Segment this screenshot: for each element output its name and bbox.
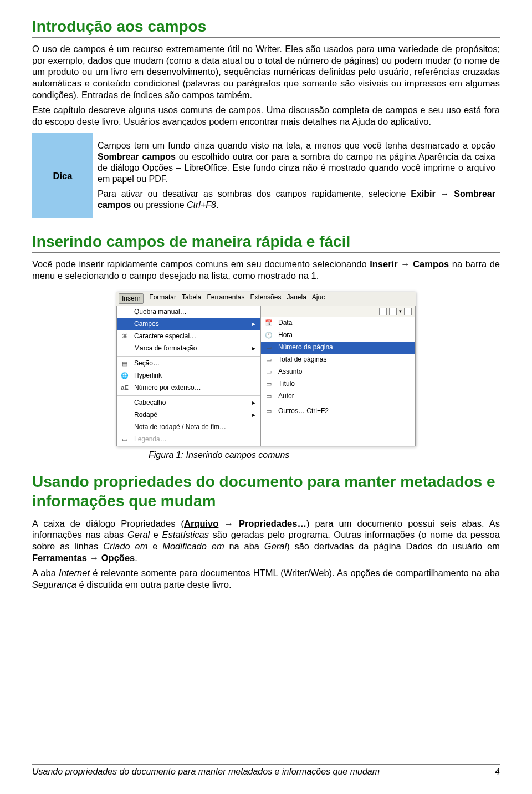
dropdown-icon[interactable]: ▾ [399,308,402,314]
label: Quebra manual… [134,308,187,316]
menubar-janela[interactable]: Janela [287,293,306,304]
menu-numero-extenso[interactable]: aENúmero por extenso… [117,382,260,394]
submenu-titulo[interactable]: ▭Título [261,378,415,390]
tab-seguranca: Segurança [32,579,76,589]
menu-quebra[interactable]: Quebra manual… [117,306,260,318]
submenu-outros[interactable]: ▭Outros… Ctrl+F2 [261,405,415,418]
toolbar-icon[interactable] [404,308,412,315]
text: Você pode inserir rapidamente campos com… [32,259,370,269]
label: Título [278,380,295,388]
tip-label: Dica [32,133,93,218]
label: Autor [278,392,294,400]
tip-text: → [436,189,454,198]
text: é relevante somente para documentos HTML… [90,568,500,578]
submenu-assunto[interactable]: ▭Assunto [261,366,415,378]
tab-estatisticas: Estatísticas [162,530,209,539]
menubar-ferramentas[interactable]: Ferramentas [207,293,244,304]
paragraph-props-1: A caixa de diálogo Propriedades (Arquivo… [32,518,500,564]
dropdown-inserir: Quebra manual… Campos▸ ⌘Caractere especi… [116,306,260,446]
heading-props: Usando propriedades do documento para ma… [32,472,500,512]
globe-icon: 🌐 [119,371,131,380]
label: Nota de rodapé / Nota de fim… [134,423,226,431]
tip-menu-exibir: Exibir [411,189,435,198]
tip-text: Campos tem um fundo cinza quando visto n… [98,141,495,150]
tab-geral-2: Geral [264,541,287,551]
fields-icon: ▭ [263,407,275,416]
label: Número por extenso… [134,384,201,392]
paragraph-props-2: A aba Internet é relevante somente para … [32,567,500,590]
label: Outros… Ctrl+F2 [278,407,329,415]
text: A aba [32,568,59,578]
section-icon: ▤ [119,359,131,368]
menu-legenda: ▭Legenda… [117,434,260,446]
text: e [150,530,162,539]
submenu-campos: ▾ 📅Data 🕐Hora ▭Número da página ▭Total d… [260,306,416,446]
author-icon: ▭ [263,392,275,401]
page-number-icon: ▭ [263,343,275,352]
menubar-inserir[interactable]: Inserir [119,293,144,304]
field-criado: Criado em [103,541,147,551]
clock-icon: 🕐 [263,331,275,340]
menubar-ajuda[interactable]: Ajuc [312,293,325,304]
submenu-autor[interactable]: ▭Autor [261,390,415,403]
menu-inserir: Inserir [370,259,397,269]
label: Data [278,319,292,327]
paragraph-intro-2: Este capítulo descreve alguns usos comun… [32,104,500,127]
label: Hora [278,331,293,339]
tab-geral: Geral [127,530,150,539]
menu-hyperlink[interactable]: 🌐Hyperlink [117,370,260,382]
tip-bold: Sombrear campos [98,152,176,161]
paragraph-intro-1: O uso de campos é um recurso extremament… [32,43,500,100]
menubar-tabela[interactable]: Tabela [182,293,201,304]
tip-box: Dica Campos tem um fundo cinza quando vi… [32,133,500,218]
submenu-total-paginas[interactable]: ▭Total de páginas [261,354,415,366]
text: na aba [224,541,264,551]
page-number: 4 [495,766,500,777]
label: Legenda… [134,435,167,444]
label: Hyperlink [134,371,162,380]
label: Assunto [278,368,302,376]
menu-campos: Campos [413,259,449,269]
chevron-right-icon: ▸ [252,320,255,328]
menu-ferramentas: Ferramentas [32,553,87,563]
menu-caractere[interactable]: ⌘Caractere especial… [117,330,260,343]
chevron-right-icon: ▸ [252,344,255,353]
submenu-data[interactable]: 📅Data [261,317,415,329]
menubar-extensoes[interactable]: Extensões [250,293,281,304]
text: A caixa de diálogo Propriedades ( [32,518,184,528]
paragraph-insert: Você pode inserir rapidamente campos com… [32,258,500,281]
menu-secao[interactable]: ▤Seção… [117,358,260,370]
subject-icon: ▭ [263,368,275,376]
menu-marca[interactable]: Marca de formatação▸ [117,343,260,355]
text: ) são derivadas da página Dados do usuár… [287,541,500,551]
label: Cabeçalho [134,399,166,407]
toolbar-icon[interactable] [379,308,387,315]
toolbar-icon[interactable] [389,308,397,315]
label: Total de páginas [278,355,326,364]
menu-nota[interactable]: Nota de rodapé / Nota de fim… [117,421,260,434]
tip-text: ou pressione [131,200,187,210]
heading-insert: Inserindo campos de maneira rápida e fác… [32,232,500,253]
tab-internet: Internet [59,568,90,578]
tip-text: Para ativar ou desativar as sombras dos … [98,189,411,198]
submenu-hora[interactable]: 🕐Hora [261,329,415,342]
menu-arquivo: Arquivo [184,518,218,528]
menu-campos-item[interactable]: Campos▸ [117,318,260,330]
label: Campos [134,320,159,328]
figure-caption: Figura 1: Inserindo campos comuns [149,450,500,461]
keyboard-icon: ⌘ [119,332,131,341]
text: → [87,553,101,563]
text: é discutida em outra parte deste livro. [76,579,232,589]
text: e [147,541,162,551]
submenu-numero-pagina[interactable]: ▭Número da página [261,342,415,354]
menubar: Inserir Formatar Tabela Ferramentas Exte… [116,292,416,306]
chevron-right-icon: ▸ [252,399,255,407]
menu-cabecalho[interactable]: Cabeçalho▸ [117,397,260,409]
label: Caractere especial… [134,332,196,340]
text: → [398,259,413,269]
label: Número da página [278,343,333,352]
menu-rodape[interactable]: Rodapé▸ [117,409,260,421]
field-modificado: Modificado em [162,541,224,551]
footer-text: Usando propriedades do documento para ma… [32,766,380,777]
menubar-formatar[interactable]: Formatar [149,293,176,304]
